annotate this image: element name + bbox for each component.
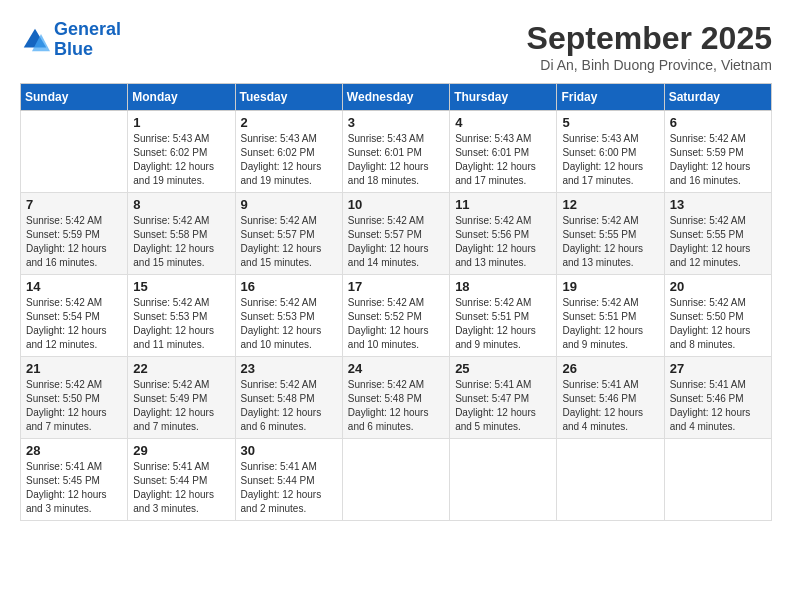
calendar-cell: 9Sunrise: 5:42 AM Sunset: 5:57 PM Daylig… bbox=[235, 193, 342, 275]
calendar-cell: 8Sunrise: 5:42 AM Sunset: 5:58 PM Daylig… bbox=[128, 193, 235, 275]
day-detail: Sunrise: 5:41 AM Sunset: 5:47 PM Dayligh… bbox=[455, 378, 551, 434]
calendar-cell: 30Sunrise: 5:41 AM Sunset: 5:44 PM Dayli… bbox=[235, 439, 342, 521]
day-detail: Sunrise: 5:42 AM Sunset: 5:52 PM Dayligh… bbox=[348, 296, 444, 352]
day-number: 6 bbox=[670, 115, 766, 130]
day-number: 19 bbox=[562, 279, 658, 294]
day-detail: Sunrise: 5:42 AM Sunset: 5:59 PM Dayligh… bbox=[26, 214, 122, 270]
calendar-week-row: 21Sunrise: 5:42 AM Sunset: 5:50 PM Dayli… bbox=[21, 357, 772, 439]
calendar-header: SundayMondayTuesdayWednesdayThursdayFrid… bbox=[21, 84, 772, 111]
day-detail: Sunrise: 5:42 AM Sunset: 5:50 PM Dayligh… bbox=[26, 378, 122, 434]
title-block: September 2025 Di An, Binh Duong Provinc… bbox=[527, 20, 772, 73]
logo-line2: Blue bbox=[54, 39, 93, 59]
day-header-row: SundayMondayTuesdayWednesdayThursdayFrid… bbox=[21, 84, 772, 111]
calendar-cell: 19Sunrise: 5:42 AM Sunset: 5:51 PM Dayli… bbox=[557, 275, 664, 357]
day-number: 28 bbox=[26, 443, 122, 458]
day-number: 2 bbox=[241, 115, 337, 130]
day-number: 17 bbox=[348, 279, 444, 294]
day-detail: Sunrise: 5:42 AM Sunset: 5:50 PM Dayligh… bbox=[670, 296, 766, 352]
calendar-cell: 5Sunrise: 5:43 AM Sunset: 6:00 PM Daylig… bbox=[557, 111, 664, 193]
calendar-cell: 20Sunrise: 5:42 AM Sunset: 5:50 PM Dayli… bbox=[664, 275, 771, 357]
day-detail: Sunrise: 5:42 AM Sunset: 5:57 PM Dayligh… bbox=[348, 214, 444, 270]
day-of-week-header: Monday bbox=[128, 84, 235, 111]
day-detail: Sunrise: 5:42 AM Sunset: 5:56 PM Dayligh… bbox=[455, 214, 551, 270]
calendar-cell: 18Sunrise: 5:42 AM Sunset: 5:51 PM Dayli… bbox=[450, 275, 557, 357]
day-number: 11 bbox=[455, 197, 551, 212]
calendar-week-row: 1Sunrise: 5:43 AM Sunset: 6:02 PM Daylig… bbox=[21, 111, 772, 193]
day-detail: Sunrise: 5:42 AM Sunset: 5:57 PM Dayligh… bbox=[241, 214, 337, 270]
day-number: 8 bbox=[133, 197, 229, 212]
page-header: General Blue September 2025 Di An, Binh … bbox=[20, 20, 772, 73]
day-number: 16 bbox=[241, 279, 337, 294]
calendar-table: SundayMondayTuesdayWednesdayThursdayFrid… bbox=[20, 83, 772, 521]
day-detail: Sunrise: 5:42 AM Sunset: 5:54 PM Dayligh… bbox=[26, 296, 122, 352]
day-of-week-header: Saturday bbox=[664, 84, 771, 111]
day-detail: Sunrise: 5:41 AM Sunset: 5:45 PM Dayligh… bbox=[26, 460, 122, 516]
month-title: September 2025 bbox=[527, 20, 772, 57]
day-number: 4 bbox=[455, 115, 551, 130]
calendar-cell: 3Sunrise: 5:43 AM Sunset: 6:01 PM Daylig… bbox=[342, 111, 449, 193]
day-detail: Sunrise: 5:42 AM Sunset: 5:48 PM Dayligh… bbox=[241, 378, 337, 434]
day-detail: Sunrise: 5:41 AM Sunset: 5:44 PM Dayligh… bbox=[133, 460, 229, 516]
calendar-cell bbox=[342, 439, 449, 521]
calendar-cell: 13Sunrise: 5:42 AM Sunset: 5:55 PM Dayli… bbox=[664, 193, 771, 275]
calendar-cell: 12Sunrise: 5:42 AM Sunset: 5:55 PM Dayli… bbox=[557, 193, 664, 275]
calendar-body: 1Sunrise: 5:43 AM Sunset: 6:02 PM Daylig… bbox=[21, 111, 772, 521]
logo-icon bbox=[20, 25, 50, 55]
day-detail: Sunrise: 5:41 AM Sunset: 5:44 PM Dayligh… bbox=[241, 460, 337, 516]
calendar-cell: 1Sunrise: 5:43 AM Sunset: 6:02 PM Daylig… bbox=[128, 111, 235, 193]
day-detail: Sunrise: 5:42 AM Sunset: 5:48 PM Dayligh… bbox=[348, 378, 444, 434]
calendar-cell: 4Sunrise: 5:43 AM Sunset: 6:01 PM Daylig… bbox=[450, 111, 557, 193]
logo: General Blue bbox=[20, 20, 121, 60]
day-number: 7 bbox=[26, 197, 122, 212]
day-number: 3 bbox=[348, 115, 444, 130]
day-of-week-header: Tuesday bbox=[235, 84, 342, 111]
day-number: 10 bbox=[348, 197, 444, 212]
day-number: 24 bbox=[348, 361, 444, 376]
day-detail: Sunrise: 5:42 AM Sunset: 5:53 PM Dayligh… bbox=[133, 296, 229, 352]
day-detail: Sunrise: 5:42 AM Sunset: 5:55 PM Dayligh… bbox=[670, 214, 766, 270]
calendar-week-row: 14Sunrise: 5:42 AM Sunset: 5:54 PM Dayli… bbox=[21, 275, 772, 357]
day-of-week-header: Friday bbox=[557, 84, 664, 111]
day-detail: Sunrise: 5:42 AM Sunset: 5:55 PM Dayligh… bbox=[562, 214, 658, 270]
day-number: 15 bbox=[133, 279, 229, 294]
calendar-cell: 24Sunrise: 5:42 AM Sunset: 5:48 PM Dayli… bbox=[342, 357, 449, 439]
calendar-cell: 28Sunrise: 5:41 AM Sunset: 5:45 PM Dayli… bbox=[21, 439, 128, 521]
calendar-cell: 23Sunrise: 5:42 AM Sunset: 5:48 PM Dayli… bbox=[235, 357, 342, 439]
logo-text: General Blue bbox=[54, 20, 121, 60]
calendar-week-row: 28Sunrise: 5:41 AM Sunset: 5:45 PM Dayli… bbox=[21, 439, 772, 521]
day-number: 12 bbox=[562, 197, 658, 212]
calendar-cell: 14Sunrise: 5:42 AM Sunset: 5:54 PM Dayli… bbox=[21, 275, 128, 357]
day-number: 13 bbox=[670, 197, 766, 212]
day-detail: Sunrise: 5:43 AM Sunset: 6:01 PM Dayligh… bbox=[348, 132, 444, 188]
calendar-cell: 25Sunrise: 5:41 AM Sunset: 5:47 PM Dayli… bbox=[450, 357, 557, 439]
calendar-cell bbox=[557, 439, 664, 521]
day-detail: Sunrise: 5:42 AM Sunset: 5:53 PM Dayligh… bbox=[241, 296, 337, 352]
day-number: 1 bbox=[133, 115, 229, 130]
calendar-cell: 26Sunrise: 5:41 AM Sunset: 5:46 PM Dayli… bbox=[557, 357, 664, 439]
location-subtitle: Di An, Binh Duong Province, Vietnam bbox=[527, 57, 772, 73]
day-detail: Sunrise: 5:43 AM Sunset: 6:02 PM Dayligh… bbox=[133, 132, 229, 188]
day-number: 14 bbox=[26, 279, 122, 294]
day-number: 27 bbox=[670, 361, 766, 376]
calendar-cell: 27Sunrise: 5:41 AM Sunset: 5:46 PM Dayli… bbox=[664, 357, 771, 439]
calendar-week-row: 7Sunrise: 5:42 AM Sunset: 5:59 PM Daylig… bbox=[21, 193, 772, 275]
day-of-week-header: Sunday bbox=[21, 84, 128, 111]
calendar-cell: 10Sunrise: 5:42 AM Sunset: 5:57 PM Dayli… bbox=[342, 193, 449, 275]
calendar-cell: 21Sunrise: 5:42 AM Sunset: 5:50 PM Dayli… bbox=[21, 357, 128, 439]
calendar-cell: 11Sunrise: 5:42 AM Sunset: 5:56 PM Dayli… bbox=[450, 193, 557, 275]
day-number: 30 bbox=[241, 443, 337, 458]
day-detail: Sunrise: 5:41 AM Sunset: 5:46 PM Dayligh… bbox=[562, 378, 658, 434]
day-detail: Sunrise: 5:43 AM Sunset: 6:01 PM Dayligh… bbox=[455, 132, 551, 188]
calendar-cell bbox=[21, 111, 128, 193]
day-number: 22 bbox=[133, 361, 229, 376]
calendar-cell: 7Sunrise: 5:42 AM Sunset: 5:59 PM Daylig… bbox=[21, 193, 128, 275]
day-number: 21 bbox=[26, 361, 122, 376]
day-detail: Sunrise: 5:43 AM Sunset: 6:00 PM Dayligh… bbox=[562, 132, 658, 188]
day-detail: Sunrise: 5:43 AM Sunset: 6:02 PM Dayligh… bbox=[241, 132, 337, 188]
day-number: 25 bbox=[455, 361, 551, 376]
day-detail: Sunrise: 5:42 AM Sunset: 5:58 PM Dayligh… bbox=[133, 214, 229, 270]
day-detail: Sunrise: 5:42 AM Sunset: 5:59 PM Dayligh… bbox=[670, 132, 766, 188]
day-detail: Sunrise: 5:42 AM Sunset: 5:51 PM Dayligh… bbox=[455, 296, 551, 352]
day-number: 18 bbox=[455, 279, 551, 294]
calendar-cell bbox=[664, 439, 771, 521]
